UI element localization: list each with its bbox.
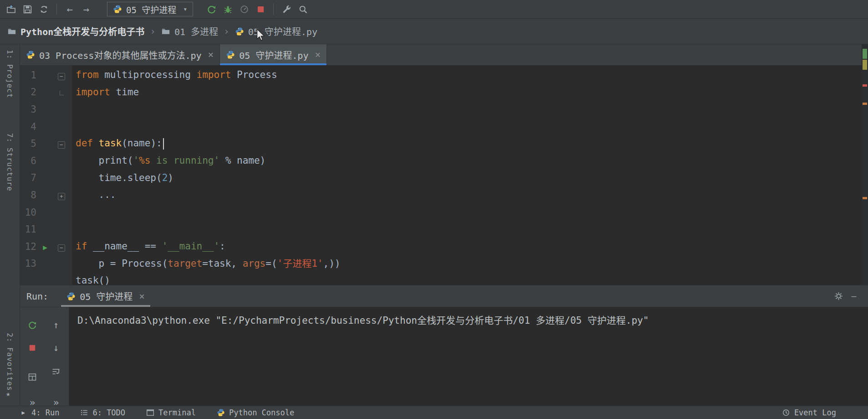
python-icon [66,292,76,301]
status-bar: ▶ 4: Run 6: TODO Terminal Python Console… [0,406,868,419]
fold-collapse-icon[interactable]: − [58,73,65,80]
fold-collapse-icon[interactable]: − [58,244,65,252]
code-line[interactable] [76,221,862,238]
editor-code[interactable]: from multiprocessing import Processimpor… [72,65,862,285]
open-file-icon[interactable] [3,2,19,16]
tab-daemon-file[interactable]: 05 守护进程.py × [220,44,327,65]
code-line[interactable]: if __name__ == '__main__': [76,238,862,255]
settings-gear-icon[interactable] [831,289,846,304]
close-icon[interactable]: × [208,49,214,60]
sidebar-item-favorites[interactable]: 2: Favorites [5,333,14,391]
error-stripe-mark[interactable] [863,197,867,199]
code-line[interactable] [76,204,862,221]
save-icon[interactable] [19,2,36,16]
soft-wrap-icon[interactable] [47,364,65,379]
sync-icon[interactable] [36,2,52,16]
run-panel-title: Run: [26,291,48,302]
toolwindow-todo-button[interactable]: 6: TODO [80,408,125,417]
toolwindow-terminal-button[interactable]: Terminal [146,408,196,417]
inspection-indicator[interactable] [863,49,867,59]
line-number: 5 [20,138,36,149]
line-number: 7 [20,172,36,183]
hide-panel-icon[interactable]: — [846,289,862,304]
back-icon[interactable]: ← [61,2,78,16]
fold-end-icon [60,91,64,95]
wrench-icon[interactable] [278,2,295,16]
python-icon [226,50,235,59]
scrollbar-error-stripe[interactable] [862,44,868,285]
code-line[interactable]: task() [76,272,862,285]
line-number: 11 [20,224,36,235]
terminal-icon [146,409,154,417]
run-config-selector[interactable]: 05 守护进程 ▾ [107,2,193,16]
line-number: 4 [20,121,36,132]
console-output[interactable]: D:\Anaconda3\python.exe "E:/PycharmProje… [69,307,868,406]
code-line[interactable]: import time [76,84,862,101]
tab-label: 03 Process对象的其他属性或方法.py [39,48,202,62]
error-stripe-mark[interactable] [863,84,867,87]
code-line[interactable] [76,118,862,135]
line-number: 1 [20,70,36,81]
code-line[interactable] [76,101,862,118]
inspection-indicator[interactable] [863,60,867,70]
tab-process-attrs-file[interactable]: 03 Process对象的其他属性或方法.py × [20,44,220,65]
python-icon [235,27,244,36]
text-caret [163,138,164,150]
stop-console-icon[interactable] [24,340,41,356]
tab-label: 05 守护进程.py [239,48,308,62]
toolwindow-python-console-button[interactable]: Python Console [217,408,294,417]
toolwindow-terminal-label: Terminal [158,408,196,417]
search-icon[interactable] [295,2,311,16]
breadcrumb-separator-icon: › [224,26,230,37]
toolwindow-run-label: 4: Run [31,408,59,417]
line-number: 13 [20,258,36,269]
breadcrumb-item-project[interactable]: Python全栈开发与分析电子书 [20,25,144,38]
run-panel-header: Run: 05 守护进程 × — [20,285,868,307]
code-line[interactable]: def task(name): [76,135,862,152]
code-line[interactable]: from multiprocessing import Process [76,67,862,84]
run-icon[interactable] [203,2,220,16]
line-number: 6 [20,155,36,166]
run-toolbar: ↑ ↓ » » [20,307,69,406]
breadcrumb-item-dir[interactable]: 01 多进程 [174,25,218,38]
folder-icon [7,27,16,36]
editor: 1−2345−678+101112▶−13 from multiprocessi… [20,65,862,285]
sidebar-item-project[interactable]: 1: Project [5,50,14,98]
down-arrow-icon[interactable]: ↓ [47,340,65,356]
toolwindow-todo-label: 6: TODO [92,408,125,417]
code-line[interactable]: time.sleep(2) [76,170,862,187]
stop-icon[interactable] [252,2,269,16]
run-config-label: 05 守护进程 [126,3,176,16]
fold-expand-icon[interactable]: + [58,193,65,200]
debug-icon[interactable] [220,2,236,16]
ide-window: ← → 05 守护进程 ▾ Python全栈开发与分析电子书 › 01 多进程 … [0,0,868,419]
chevron-down-icon: ▾ [183,5,187,13]
event-log-button[interactable]: Event Log [782,408,836,417]
profile-icon[interactable] [236,2,252,16]
rerun-icon[interactable] [24,317,41,333]
toolwindow-python-console-label: Python Console [229,408,294,417]
close-icon[interactable]: × [315,49,321,60]
star-icon: ★ [6,389,10,398]
up-arrow-icon[interactable]: ↑ [47,317,65,333]
folder-icon [161,27,170,36]
line-number: 12 [20,241,36,252]
code-line[interactable]: ... [76,186,862,204]
forward-icon[interactable]: → [78,2,94,16]
error-stripe-mark[interactable] [863,103,867,105]
line-number: 10 [20,207,36,218]
python-icon [26,50,35,59]
sidebar-item-structure[interactable]: 7: Structure [5,133,14,191]
code-line[interactable]: p = Process(target=task, args=('子进程1',)) [76,255,862,273]
todo-icon [80,409,88,417]
mouse-cursor [255,28,266,42]
toolwindow-run-button[interactable]: ▶ 4: Run [19,408,59,417]
restore-layout-icon[interactable] [24,369,41,385]
fold-collapse-icon[interactable]: − [58,141,65,149]
run-tab[interactable]: 05 守护进程 × [61,285,150,307]
close-icon[interactable]: × [139,291,145,302]
code-line[interactable]: print('%s is running' % name) [76,152,862,170]
run-panel: Run: 05 守护进程 × — ↑ ↓ » » D:\Anacon [20,285,868,406]
python-icon [113,5,122,14]
run-line-icon[interactable]: ▶ [43,243,47,252]
